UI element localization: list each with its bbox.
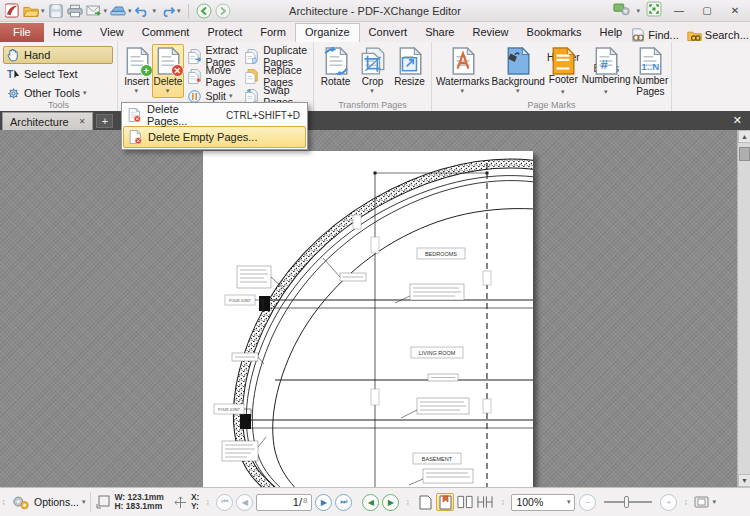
crop-icon xyxy=(360,47,386,75)
history-forward-icon[interactable] xyxy=(215,3,231,19)
redo-icon[interactable] xyxy=(159,3,175,19)
duplicate-pages-button[interactable]: Duplicate Pages xyxy=(241,47,310,65)
scroll-up-icon[interactable]: ▲ xyxy=(738,130,750,143)
zoom-slider-thumb[interactable] xyxy=(624,496,629,508)
redo-dropdown-arrow[interactable]: ▾ xyxy=(177,7,181,15)
bates-numbering-button[interactable]: # BatesNumbering ▾ xyxy=(581,44,632,98)
close-document-button[interactable]: ✕ xyxy=(725,111,750,130)
fullscreen-icon[interactable] xyxy=(646,1,662,21)
tab-bookmarks[interactable]: Bookmarks xyxy=(518,23,591,42)
continuous-layout-button[interactable] xyxy=(436,493,454,511)
tab-file[interactable]: File xyxy=(0,23,44,42)
email-dropdown-arrow[interactable]: ▾ xyxy=(104,7,108,15)
move-pages-icon xyxy=(187,69,202,84)
architecture-drawing: BEDROOMS LIVING ROOM BASEMENT POUR JOINT xyxy=(203,151,533,487)
group-label-tools: Tools xyxy=(0,100,117,110)
previous-page-button[interactable]: ◀ xyxy=(236,494,253,511)
tab-help[interactable]: Help xyxy=(591,23,632,42)
svg-text:T: T xyxy=(7,69,14,80)
zoom-slider[interactable] xyxy=(604,501,652,503)
splitter-handle[interactable]: ⁞ xyxy=(204,498,211,507)
undo-dropdown-arrow[interactable]: ▾ xyxy=(153,7,157,15)
two-page-layout-button[interactable] xyxy=(456,493,474,511)
crop-button[interactable]: Crop ▾ xyxy=(354,44,391,98)
tab-organize[interactable]: Organize xyxy=(295,23,360,42)
print-icon[interactable] xyxy=(67,3,83,19)
page-number-input[interactable]: 1/8 xyxy=(256,494,312,511)
svg-text:1..N: 1..N xyxy=(642,61,660,72)
document-tab-architecture[interactable]: Architecture ✕ xyxy=(2,112,93,130)
close-button[interactable]: ✕ xyxy=(724,3,746,19)
next-view-button[interactable]: ▶ xyxy=(382,494,399,511)
document-tab-close-icon[interactable]: ✕ xyxy=(79,117,86,126)
scrollbar-thumb[interactable] xyxy=(739,147,750,161)
zoom-level-select[interactable]: 100%▾ xyxy=(511,494,575,511)
options-dropdown-arrow: ▾ xyxy=(82,498,86,506)
maximize-button[interactable]: ▢ xyxy=(696,3,718,19)
single-page-layout-button[interactable] xyxy=(416,493,434,511)
crosshair-icon xyxy=(174,496,187,509)
previous-view-button[interactable]: ◀ xyxy=(362,494,379,511)
two-page-continuous-layout-button[interactable] xyxy=(476,493,494,511)
save-icon[interactable] xyxy=(48,3,64,19)
hand-tool-button[interactable]: Hand xyxy=(3,46,113,64)
ribbon-tab-row: File Home View Comment Protect Form Orga… xyxy=(0,22,750,42)
undo-icon[interactable] xyxy=(135,3,151,19)
first-page-button[interactable]: ⏮ xyxy=(216,494,233,511)
pdf-page[interactable]: BEDROOMS LIVING ROOM BASEMENT POUR JOINT xyxy=(203,151,533,487)
document-canvas[interactable]: BEDROOMS LIVING ROOM BASEMENT POUR JOINT xyxy=(0,130,750,487)
rotate-button[interactable]: Rotate xyxy=(317,44,354,98)
tab-home[interactable]: Home xyxy=(44,23,91,42)
extract-pages-button[interactable]: Extract Pages xyxy=(184,47,242,65)
watermarks-button[interactable]: Watermarks ▾ xyxy=(435,44,491,98)
new-document-tab-button[interactable]: + xyxy=(96,114,113,128)
zoom-in-button[interactable]: + xyxy=(660,494,677,511)
tab-view[interactable]: View xyxy=(91,23,133,42)
search-button[interactable]: Search... xyxy=(687,29,749,42)
minimize-button[interactable]: — xyxy=(668,3,690,19)
scanner-icon[interactable] xyxy=(110,3,126,19)
zoom-controls: 100%▾ − + xyxy=(506,488,682,516)
ui-options-icon[interactable] xyxy=(613,2,631,20)
page-size-icon xyxy=(96,495,110,509)
group-page-marks: Watermarks ▾ Background ▾ Header andFoot… xyxy=(431,42,671,111)
tab-protect[interactable]: Protect xyxy=(198,23,251,42)
next-page-button[interactable]: ▶ xyxy=(315,494,332,511)
scroll-down-icon[interactable]: ▼ xyxy=(738,474,750,487)
select-text-button[interactable]: T Select Text xyxy=(3,65,113,83)
open-file-icon[interactable] xyxy=(23,3,39,19)
history-back-icon[interactable] xyxy=(196,3,212,19)
menu-item-delete-pages[interactable]: Delete Pages... CTRL+SHIFT+D xyxy=(123,104,306,126)
scanner-dropdown-arrow[interactable]: ▾ xyxy=(128,7,132,15)
tab-form[interactable]: Form xyxy=(251,23,295,42)
move-pages-button[interactable]: Move Pages xyxy=(184,67,242,85)
zoom-out-button[interactable]: − xyxy=(579,494,596,511)
options-gears-icon xyxy=(12,495,30,510)
tab-share[interactable]: Share xyxy=(416,23,463,42)
resize-button[interactable]: Resize xyxy=(391,44,428,98)
options-button[interactable]: Options... ▾ xyxy=(7,488,90,516)
splitter-handle[interactable]: ⁞ xyxy=(682,498,689,507)
last-page-button[interactable]: ⏭ xyxy=(335,494,352,511)
fit-page-control[interactable]: ▾ xyxy=(689,488,721,516)
tab-comment[interactable]: Comment xyxy=(133,23,199,42)
splitter-handle[interactable]: ⁞ xyxy=(499,498,506,507)
find-button[interactable]: Find... xyxy=(631,28,679,42)
tab-review[interactable]: Review xyxy=(463,23,517,42)
gear-icon xyxy=(7,87,20,100)
background-button[interactable]: Background ▾ xyxy=(491,44,546,98)
open-dropdown-arrow[interactable]: ▾ xyxy=(41,7,45,15)
vertical-scrollbar[interactable]: ▲ ▼ xyxy=(737,130,750,487)
menu-item-delete-empty-pages[interactable]: Delete Empty Pages... xyxy=(123,126,306,148)
group-label-page-marks: Page Marks xyxy=(432,100,671,110)
email-icon[interactable] xyxy=(86,3,102,19)
replace-pages-button[interactable]: Replace Pages xyxy=(241,67,310,85)
tab-convert[interactable]: Convert xyxy=(360,23,417,42)
number-pages-button[interactable]: 1..N NumberPages xyxy=(632,44,670,98)
find-icon xyxy=(631,28,645,42)
delete-pages-button[interactable]: ✕ Delete ▾ xyxy=(152,44,183,98)
ui-options-dropdown-arrow[interactable]: ▾ xyxy=(636,7,640,15)
insert-pages-button[interactable]: + Insert ▾ xyxy=(121,44,152,98)
header-footer-button[interactable]: Header andFooter ▾ xyxy=(546,44,581,98)
splitter-handle[interactable]: ⁞ xyxy=(404,498,411,507)
